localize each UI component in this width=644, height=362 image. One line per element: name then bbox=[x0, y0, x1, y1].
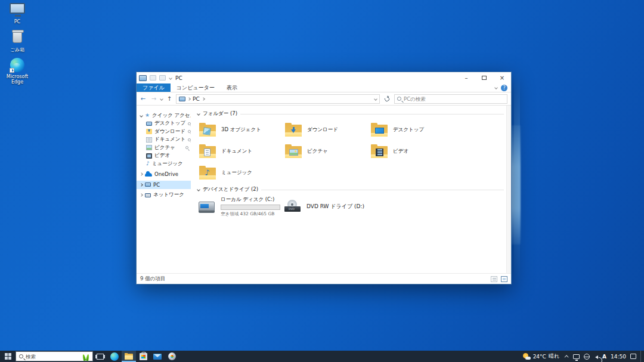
chevron-right-icon[interactable] bbox=[140, 172, 143, 176]
up-button[interactable]: ↑ bbox=[165, 95, 174, 102]
title-bar[interactable]: PC – × bbox=[137, 72, 511, 83]
section-rule bbox=[240, 114, 504, 115]
section-header-devices[interactable]: デバイスとドライブ (2) bbox=[197, 186, 509, 193]
search-icon bbox=[397, 97, 401, 101]
large-icons-view-button[interactable] bbox=[501, 276, 507, 282]
system-tray: 24°C 晴れ A 14:50 bbox=[521, 351, 644, 362]
details-view-button[interactable] bbox=[491, 276, 497, 282]
drive-tile-local-disk-c[interactable]: ローカル ディスク (C:) 空き領域 432 GB/465 GB bbox=[197, 196, 283, 217]
minimize-button[interactable]: – bbox=[457, 72, 475, 83]
tab-file[interactable]: ファイル bbox=[137, 83, 171, 92]
folder-tile-documents[interactable]: ドキュメント bbox=[197, 141, 283, 161]
recycle-bin-icon bbox=[8, 31, 26, 47]
folder-tile-music[interactable]: ♪ ミュージック bbox=[197, 163, 283, 182]
items-count: 9 個の項目 bbox=[140, 276, 165, 283]
photos-icon bbox=[168, 352, 176, 360]
folder-tile-downloads[interactable]: ダウンロード bbox=[283, 120, 369, 140]
taskbar-edge-button[interactable] bbox=[107, 351, 122, 362]
folder-tile-pictures[interactable]: ピクチャ bbox=[283, 141, 369, 161]
tray-display-icon[interactable] bbox=[573, 354, 580, 359]
file-explorer-icon bbox=[125, 353, 133, 360]
folder-label: ダウンロード bbox=[307, 126, 338, 134]
downloads-icon bbox=[146, 129, 152, 134]
folder-tile-desktop[interactable]: デスクトップ bbox=[369, 120, 455, 140]
taskbar-search-box[interactable] bbox=[16, 351, 93, 361]
desktop-icon-edge[interactable]: Microsoft Edge bbox=[2, 58, 33, 85]
show-desktop-button[interactable] bbox=[640, 351, 643, 362]
taskbar-mail-button[interactable] bbox=[150, 351, 165, 362]
expand-ribbon-chevron-icon[interactable] bbox=[494, 86, 498, 89]
pc-icon bbox=[145, 182, 151, 187]
breadcrumb-chevron-icon[interactable] bbox=[202, 97, 205, 101]
qat-properties-button[interactable] bbox=[150, 75, 156, 81]
chevron-down-icon[interactable] bbox=[140, 114, 143, 117]
forward-button[interactable]: → bbox=[150, 95, 158, 102]
explorer-search-input[interactable] bbox=[404, 96, 504, 102]
taskbar-photos-button[interactable] bbox=[165, 351, 179, 362]
collapse-chevron-icon[interactable] bbox=[197, 188, 200, 191]
sidebar-item-network[interactable]: ネットワーク bbox=[137, 191, 191, 200]
tab-view[interactable]: 表示 bbox=[221, 83, 243, 92]
pin-icon bbox=[188, 122, 191, 125]
sidebar-item-documents[interactable]: ドキュメント bbox=[137, 136, 191, 144]
tab-computer[interactable]: コンピューター bbox=[171, 83, 221, 92]
sidebar-item-videos[interactable]: ビデオ bbox=[137, 152, 191, 160]
desktop-icon-recycle-bin[interactable]: ごみ箱 bbox=[2, 31, 33, 53]
taskbar: 24°C 晴れ A 14:50 bbox=[0, 351, 644, 362]
taskbar-store-button[interactable] bbox=[136, 351, 150, 362]
sidebar-item-desktop[interactable]: デスクトップ bbox=[137, 120, 191, 128]
sidebar-item-pc[interactable]: PC bbox=[137, 181, 191, 189]
folder-music-icon: ♪ bbox=[199, 166, 216, 180]
pin-icon bbox=[188, 130, 191, 133]
taskbar-file-explorer-button[interactable] bbox=[122, 351, 136, 362]
status-bar: 9 個の項目 bbox=[137, 273, 511, 284]
folder-tile-videos[interactable]: ビデオ bbox=[369, 141, 455, 161]
breadcrumb-pc[interactable]: PC bbox=[193, 96, 200, 102]
volume-icon[interactable] bbox=[595, 355, 598, 359]
breadcrumb-chevron-icon[interactable] bbox=[187, 97, 191, 101]
back-button[interactable]: ← bbox=[139, 95, 147, 102]
search-highlight-sprout-icon[interactable] bbox=[82, 354, 91, 361]
collapse-chevron-icon[interactable] bbox=[197, 112, 200, 116]
network-globe-icon[interactable] bbox=[584, 354, 590, 360]
window-controls: – × bbox=[457, 72, 511, 83]
section-title: フォルダー (7) bbox=[203, 110, 237, 117]
close-button[interactable]: × bbox=[493, 72, 511, 83]
news-and-interests-widget[interactable]: 24°C 晴れ bbox=[521, 352, 562, 360]
sidebar-item-quick-access[interactable]: ★ クイック アクセス bbox=[137, 112, 191, 120]
qat-new-folder-button[interactable] bbox=[159, 75, 166, 81]
show-hidden-icons-chevron-icon[interactable] bbox=[565, 355, 569, 359]
action-center-icon[interactable] bbox=[630, 354, 636, 359]
desktop-icon-pc[interactable]: PC bbox=[2, 3, 33, 25]
task-view-button[interactable] bbox=[93, 351, 107, 362]
vertical-scrollbar[interactable] bbox=[506, 106, 511, 273]
folder-tile-3d-objects[interactable]: 3D オブジェクト bbox=[197, 120, 283, 140]
quick-access-toolbar bbox=[150, 75, 172, 81]
sidebar-item-onedrive[interactable]: OneDrive bbox=[137, 171, 191, 179]
address-dropdown-chevron-icon[interactable] bbox=[374, 97, 377, 101]
folder-pictures-icon bbox=[284, 144, 302, 159]
ime-mode-indicator[interactable]: A bbox=[602, 354, 606, 360]
window-system-icon[interactable] bbox=[139, 75, 147, 81]
refresh-button[interactable] bbox=[382, 94, 392, 104]
explorer-search-box[interactable] bbox=[394, 94, 507, 104]
taskbar-search-input[interactable] bbox=[26, 354, 89, 360]
address-bar[interactable]: PC bbox=[176, 94, 380, 104]
ribbon-tab-bar: ファイル コンピューター 表示 ? bbox=[137, 83, 511, 92]
section-header-folders[interactable]: フォルダー (7) bbox=[197, 110, 509, 117]
help-button[interactable]: ? bbox=[501, 85, 507, 91]
start-button[interactable] bbox=[0, 351, 16, 362]
chevron-right-icon[interactable] bbox=[140, 183, 143, 187]
chevron-right-icon[interactable] bbox=[140, 193, 143, 197]
sidebar-item-pictures[interactable]: ピクチャ bbox=[137, 144, 191, 152]
pictures-icon bbox=[146, 145, 152, 150]
sidebar-item-music[interactable]: ♪ ミュージック bbox=[137, 160, 191, 168]
folder-videos-icon bbox=[370, 144, 388, 159]
qat-customize-chevron-icon[interactable] bbox=[169, 76, 172, 80]
drive-tile-dvd-rw-d[interactable]: DVD DVD RW ドライブ (D:) bbox=[283, 196, 369, 217]
taskbar-clock[interactable]: 14:50 bbox=[611, 354, 626, 360]
recent-locations-chevron-icon[interactable] bbox=[160, 97, 163, 101]
weather-sunny-icon bbox=[523, 353, 531, 360]
maximize-button[interactable] bbox=[475, 72, 493, 83]
sidebar-item-downloads[interactable]: ダウンロード bbox=[137, 128, 191, 136]
